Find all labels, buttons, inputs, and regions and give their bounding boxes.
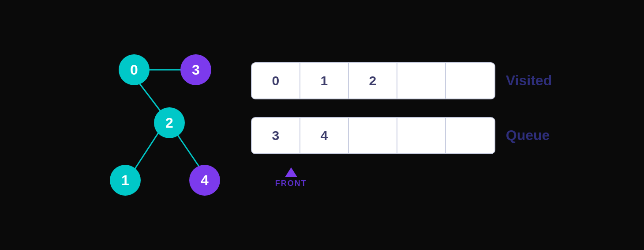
graph-node-3: 3: [180, 54, 211, 85]
queue-label: Queue: [506, 127, 550, 144]
queue-cell-0: 3: [252, 118, 300, 153]
visited-cell-3: [397, 63, 446, 98]
graph-node-0: 0: [119, 54, 150, 85]
visited-cell-2: 2: [349, 63, 397, 98]
visited-array: 0 1 2: [251, 62, 495, 99]
queue-cell-1: 4: [300, 118, 349, 153]
queue-cell-4: [446, 118, 494, 153]
graph-node-2: 2: [154, 107, 185, 138]
front-arrow: [285, 167, 297, 177]
graph-node-4: 4: [189, 165, 220, 196]
graph-node-1: 1: [110, 165, 141, 196]
arrays-section: 0 1 2 Visited 3 4 Queue FRONT: [251, 62, 552, 188]
visited-cell-4: [446, 63, 494, 98]
visited-cell-1: 1: [300, 63, 349, 98]
visited-cell-0: 0: [252, 63, 300, 98]
queue-array: 3 4: [251, 117, 495, 154]
queue-row: 3 4 Queue: [251, 117, 550, 154]
front-label: FRONT: [275, 179, 307, 188]
front-indicator: FRONT: [275, 167, 307, 188]
queue-cell-3: [397, 118, 446, 153]
visited-label: Visited: [506, 72, 552, 89]
main-container: 0 3 2 1 4 0 1 2 Visited: [92, 37, 552, 213]
graph-section: 0 3 2 1 4: [92, 37, 225, 213]
queue-cell-2: [349, 118, 397, 153]
visited-row: 0 1 2 Visited: [251, 62, 552, 99]
